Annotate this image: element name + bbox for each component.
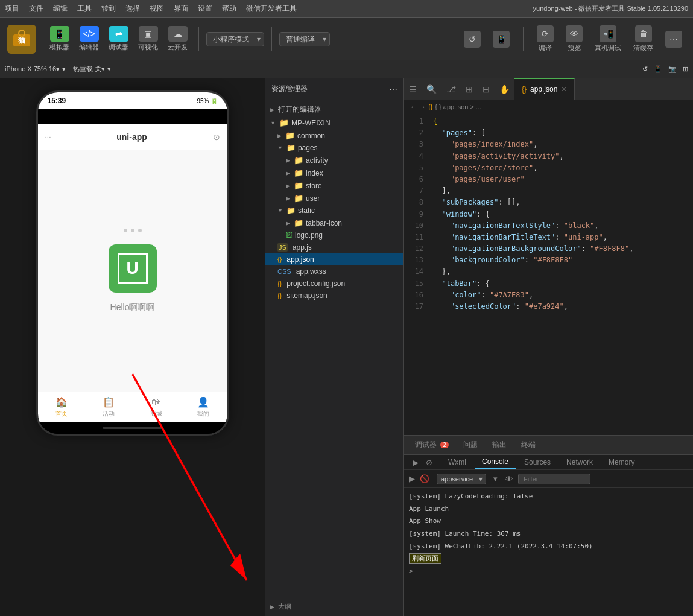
service-dropdown[interactable]: appservice (437, 474, 486, 484)
console-tab-debugger[interactable]: 调试器 2 (409, 437, 455, 452)
tab-close-icon[interactable]: ✕ (561, 85, 567, 94)
console-filter-input[interactable] (518, 474, 590, 484)
folder-user-label: user (306, 194, 320, 203)
service-dropdown-arrow[interactable]: ▾ (491, 474, 500, 483)
editor-content[interactable]: 12345 678910 1112131415 1617 { "pages": … (404, 113, 693, 435)
phone-tab-store[interactable]: 🛍 商城 (133, 392, 180, 422)
layout-icon[interactable]: ⊞ (683, 65, 688, 73)
phone-dots (124, 229, 142, 232)
console-prompt-line[interactable]: > (409, 565, 688, 578)
console-output: [system] LazyCodeLoading: false App Laun… (404, 488, 693, 616)
phone-tab-home[interactable]: 🏠 首页 (38, 392, 86, 422)
menu-item-goto[interactable]: 转到 (101, 4, 116, 14)
simulator-button[interactable]: 📱 模拟器 (46, 25, 73, 53)
editor-tab-name: app.json (530, 85, 557, 94)
console-play-btn[interactable]: ▶ (409, 474, 415, 483)
refresh-icon[interactable]: ↺ (642, 65, 648, 73)
phone-icon[interactable]: 📱 (654, 65, 662, 73)
console-tab-output[interactable]: 输出 (486, 437, 513, 452)
menu-item-edit[interactable]: 编辑 (53, 4, 68, 14)
eye-icon[interactable]: 👁 (505, 474, 513, 484)
sub-tab-wxml[interactable]: Wxml (441, 456, 473, 469)
folder-index[interactable]: ▶ 📁 index (265, 167, 403, 179)
debugger-button[interactable]: ⇌ 调试器 (105, 25, 132, 53)
file-app-js[interactable]: JS app.js (265, 241, 403, 253)
code-content[interactable]: { "pages": [ "pages/index/index", "pages… (428, 113, 693, 435)
mode-select[interactable]: 小程序模式 (206, 32, 264, 46)
console-block-btn[interactable]: 🚫 (420, 474, 429, 483)
service-select[interactable]: appservice (437, 474, 486, 484)
menu-bar: 项目 文件 编辑 工具 转到 选择 视图 界面 设置 帮助 微信开发者工具 yu… (0, 0, 693, 18)
file-project-config[interactable]: {} project.config.json (265, 278, 403, 290)
folder-store[interactable]: ▶ 📁 store (265, 179, 403, 192)
compile-button[interactable]: ⟳ 编译 (533, 23, 557, 55)
sub-tab-sources[interactable]: Sources (517, 456, 558, 469)
console-block-icon[interactable]: ⊘ (422, 456, 436, 469)
outline-toggle[interactable]: ▶ 大纲 (270, 600, 399, 614)
menu-item-file[interactable]: 文件 (29, 4, 43, 14)
console-play-icon[interactable]: ▶ (409, 456, 422, 469)
menu-item-select[interactable]: 选择 (125, 4, 140, 14)
visual-button[interactable]: ▣ 可视化 (134, 25, 162, 53)
real-debug-button[interactable]: 📲 真机调试 (591, 23, 625, 55)
extra-button[interactable]: ⋯ (662, 28, 686, 50)
sub-tab-memory[interactable]: Memory (601, 456, 642, 469)
folder-user[interactable]: ▶ 📁 user (265, 192, 403, 205)
sub-tab-network[interactable]: Network (559, 456, 600, 469)
editor-branch-icon[interactable]: ⎇ (441, 78, 461, 100)
editor-button[interactable]: </> 编辑器 (75, 25, 103, 53)
device-selector[interactable]: iPhone X 75% 16▾ ▾ (5, 65, 66, 73)
folder-tabbar-icon[interactable]: ▶ 📁 tabbar-icon (265, 217, 403, 229)
menu-item-project[interactable]: 项目 (5, 4, 19, 14)
menu-item-weixin[interactable]: 微信开发者工具 (246, 4, 297, 14)
menu-item-view[interactable]: 视图 (150, 4, 164, 14)
file-project-config-label: project.config.json (286, 279, 345, 288)
cloud-button[interactable]: ☁ 云开发 (164, 25, 191, 53)
folder-activity[interactable]: ▶ 📁 activity (265, 154, 403, 167)
menu-item-help[interactable]: 帮助 (222, 4, 236, 14)
new-file-icon[interactable]: ⋯ (389, 84, 397, 94)
phone-tab-activity[interactable]: 📋 活动 (85, 392, 133, 422)
screenshot-icon[interactable]: 📷 (668, 65, 677, 73)
file-logo-png[interactable]: 🖼 logo.png (265, 229, 403, 241)
device-preview-button[interactable]: 📱 (489, 28, 513, 50)
folder-index-label: index (306, 169, 323, 177)
index-folder-icon: 📁 (294, 168, 303, 177)
folder-static[interactable]: ▼ 📁 static (265, 205, 403, 217)
compile-dropdown[interactable]: 普通编译 (279, 32, 330, 46)
folder-common[interactable]: ▶ 📁 common (265, 129, 403, 142)
editor-split-icon[interactable]: ⊟ (478, 78, 495, 100)
file-app-wxss[interactable]: CSS app.wxss (265, 265, 403, 278)
open-editors-section[interactable]: ▶ 打开的编辑器 (265, 103, 403, 116)
menu-item-interface[interactable]: 界面 (174, 4, 188, 14)
editor-search-icon[interactable]: 🔍 (422, 78, 441, 100)
preview-button[interactable]: 👁 预览 (562, 23, 586, 55)
file-logo-label: logo.png (295, 231, 323, 240)
file-sitemap[interactable]: {} sitemap.json (265, 290, 403, 302)
forward-icon[interactable]: → (419, 103, 426, 110)
console-sub-tabs: ▶ ⊘ Wxml Console Sources Network Memory (404, 455, 693, 470)
editor-menu-icon[interactable]: ☰ (404, 78, 422, 100)
phone-notch-inner (97, 110, 169, 122)
hot-reload-toggle[interactable]: 热重载 关▾ ▾ (73, 65, 111, 74)
mode-dropdown[interactable]: 小程序模式 (206, 32, 264, 46)
sub-tab-console[interactable]: Console (475, 455, 516, 469)
back-icon[interactable]: ← (410, 103, 417, 110)
menu-item-settings[interactable]: 设置 (198, 4, 212, 14)
refresh-button[interactable]: ↺ (460, 28, 484, 50)
editor-tab-app-json[interactable]: {} app.json ✕ (514, 78, 575, 100)
phone-tab-profile[interactable]: 👤 我的 (180, 392, 227, 422)
menu-item-tools[interactable]: 工具 (77, 4, 92, 14)
clear-cache-button[interactable]: 🗑 清缓存 (630, 23, 657, 55)
console-tab-terminal[interactable]: 终端 (515, 437, 542, 452)
project-root[interactable]: ▼ 📁 MP-WEIXIN (265, 116, 403, 129)
file-app-json[interactable]: {} app.json (265, 253, 403, 265)
folder-pages[interactable]: ▼ 📁 pages (265, 142, 403, 154)
editor-hand-icon[interactable]: ✋ (495, 78, 514, 100)
phone-tab-store-label: 商城 (150, 410, 162, 418)
toolbar-right: ↺ 📱 ⟳ 编译 👁 预览 📲 真机调试 🗑 清缓存 ⋯ (460, 23, 686, 55)
console-tab-problems[interactable]: 问题 (457, 437, 484, 452)
editor-copy-icon[interactable]: ⊞ (461, 78, 478, 100)
file-panel: 资源管理器 ⋯ ▶ 打开的编辑器 ▼ 📁 MP-WEIXIN ▶ 📁 commo… (265, 78, 404, 616)
compile-select[interactable]: 普通编译 (279, 32, 330, 46)
